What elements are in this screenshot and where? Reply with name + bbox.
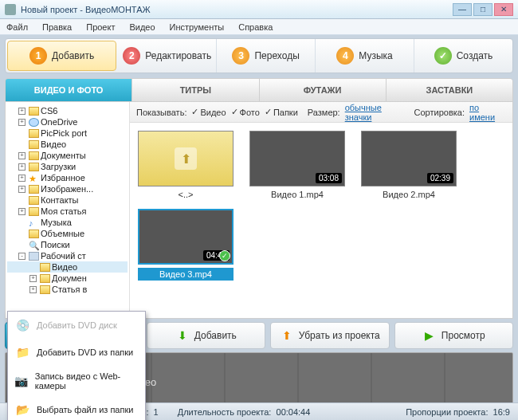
tree-node[interactable]: +Докумен	[7, 273, 128, 284]
folder-tree[interactable]: +CS6+OneDrivePicPick portВидео+Документы…	[6, 102, 130, 318]
tree-node[interactable]: +Изображен...	[7, 183, 128, 194]
popup-item[interactable]: 📁Добавить DVD из папки	[8, 339, 145, 366]
popup-item[interactable]: 📂Выбрать файл из папки	[8, 396, 145, 420]
ribbon: 1Добавить 2Редактировать 3Переходы 4Музы…	[5, 38, 513, 73]
titlebar: Новый проект - ВидеоМОНТАЖ — □ ✕	[0, 0, 518, 19]
popup-item[interactable]: 📷Запись видео с Web-камеры	[8, 366, 145, 396]
filter-video[interactable]: ✓ Видео	[191, 107, 226, 117]
menu-file[interactable]: Файл	[3, 21, 31, 33]
app-icon	[5, 4, 16, 15]
thumb-item[interactable]: ⬆<..>	[138, 131, 233, 199]
preview-button[interactable]: ▶Просмотр	[394, 322, 513, 349]
menu-edit[interactable]: Правка	[39, 21, 75, 33]
tab-footage[interactable]: ФУТАЖИ	[260, 79, 387, 101]
tree-node[interactable]: 🔍Поиски	[7, 239, 128, 250]
tree-node[interactable]: +Загрузки	[7, 161, 128, 172]
menu-video[interactable]: Видео	[126, 21, 158, 33]
play-icon: ▶	[422, 328, 437, 343]
tree-node[interactable]: +Статья в	[7, 284, 128, 295]
tree-node[interactable]: Контакты	[7, 194, 128, 206]
menu-help[interactable]: Справка	[235, 21, 276, 33]
popup-item: 💿Добавить DVD диск	[8, 312, 145, 339]
tree-node[interactable]: +★Избранное	[7, 172, 128, 183]
ribbon-transitions[interactable]: 3Переходы	[217, 39, 316, 73]
sort-link[interactable]: по имени	[469, 103, 506, 122]
filter-show-label: Показывать:	[136, 108, 186, 117]
ribbon-add[interactable]: 1Добавить	[7, 41, 116, 71]
size-link[interactable]: обычные значки	[345, 103, 410, 122]
menubar: Файл Правка Проект Видео Инструменты Спр…	[0, 19, 518, 35]
tab-titles[interactable]: ТИТРЫ	[132, 79, 259, 101]
tree-node[interactable]: Объемные	[7, 228, 128, 239]
filter-folders[interactable]: ✓ Папки	[265, 107, 298, 117]
window-title: Новый проект - ВидеоМОНТАЖ	[21, 5, 451, 14]
tab-video-photo[interactable]: ВИДЕО И ФОТО	[6, 79, 132, 101]
plus-icon: ⬇	[175, 328, 190, 343]
tree-node[interactable]: PicPick port	[7, 128, 128, 139]
thumb-item[interactable]: 02:39Видео 2.mp4	[361, 131, 457, 199]
ribbon-create[interactable]: ✓Создать	[414, 39, 512, 73]
size-label: Размер:	[308, 108, 340, 117]
menu-tools[interactable]: Инструменты	[167, 21, 228, 33]
main-area: +CS6+OneDrivePicPick portВидео+Документы…	[5, 102, 513, 319]
remove-button[interactable]: ⬆Убрать из проекта	[270, 322, 389, 349]
filter-bar: Показывать: ✓ Видео ✓ Фото ✓ Папки Разме…	[130, 102, 512, 123]
up-icon: ⬆	[280, 328, 294, 343]
tree-node[interactable]: +CS6	[7, 105, 128, 116]
ribbon-music[interactable]: 4Музыка	[316, 39, 414, 73]
close-button[interactable]: ✕	[494, 3, 513, 16]
tree-node[interactable]: ♪Музыка	[7, 217, 128, 228]
maximize-button[interactable]: □	[473, 3, 492, 16]
subtabs: ВИДЕО И ФОТО ТИТРЫ ФУТАЖИ ЗАСТАВКИ	[5, 78, 513, 102]
sort-label: Сортировка:	[414, 108, 465, 117]
filter-photo[interactable]: ✓ Фото	[231, 107, 260, 117]
thumb-item[interactable]: 04:44✓Видео 3.mp4	[138, 209, 233, 281]
tab-intros[interactable]: ЗАСТАВКИ	[387, 79, 512, 101]
add-button[interactable]: ⬇Добавить	[147, 322, 265, 349]
right-pane: Показывать: ✓ Видео ✓ Фото ✓ Папки Разме…	[130, 102, 512, 318]
minimize-button[interactable]: —	[453, 3, 472, 16]
tree-node[interactable]: +OneDrive	[7, 116, 128, 128]
ribbon-edit[interactable]: 2Редактировать	[118, 39, 217, 73]
thumbnails: ⬆<..>03:08Видео 1.mp402:39Видео 2.mp404:…	[130, 123, 512, 318]
import-popup: 💿Добавить DVD диск📁Добавить DVD из папки…	[7, 311, 146, 420]
tree-node[interactable]: Видео	[7, 261, 128, 273]
tree-node[interactable]: +Моя статья	[7, 206, 128, 217]
tree-node[interactable]: +Документы	[7, 150, 128, 161]
thumb-item[interactable]: 03:08Видео 1.mp4	[249, 131, 345, 199]
tree-node[interactable]: Видео	[7, 139, 128, 150]
tree-node[interactable]: -Рабочий ст	[7, 250, 128, 261]
menu-project[interactable]: Проект	[83, 21, 118, 33]
